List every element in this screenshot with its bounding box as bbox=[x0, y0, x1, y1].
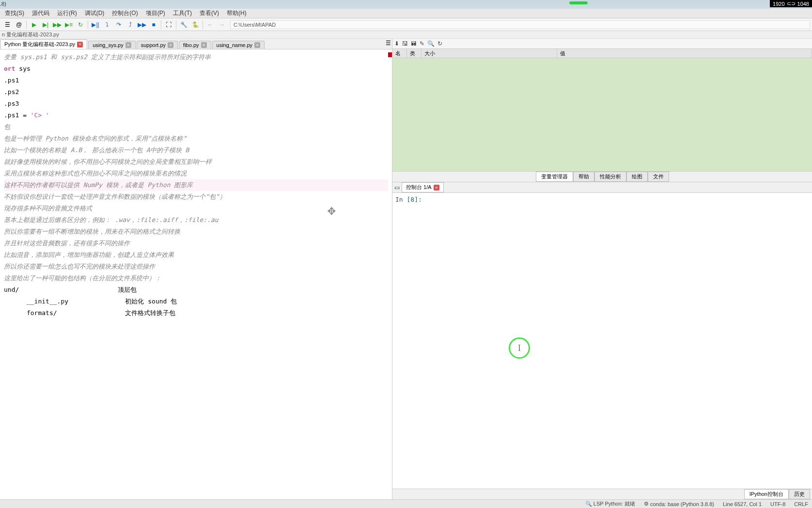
tab-profiler[interactable]: 性能分析 bbox=[594, 172, 626, 182]
rerun-icon[interactable]: ↻ bbox=[75, 19, 86, 30]
conda-icon: ⚙ bbox=[644, 501, 649, 507]
menu-tools[interactable]: 工具(T) bbox=[169, 9, 196, 17]
search-icon[interactable]: 🔍 bbox=[427, 40, 435, 47]
forward-icon[interactable]: → bbox=[217, 19, 227, 30]
tab-variable-explorer[interactable]: 变量管理器 bbox=[536, 172, 573, 182]
code-line: 比如一个模块的名称是 A.B， 那么他表示一个包 A中的子模块 B bbox=[4, 144, 388, 156]
separator bbox=[26, 20, 27, 29]
close-icon[interactable]: × bbox=[434, 185, 439, 190]
tab-plots[interactable]: 绘图 bbox=[626, 172, 648, 182]
menu-help[interactable]: 帮助(H) bbox=[223, 9, 250, 17]
menu-run[interactable]: 运行(R) bbox=[53, 9, 81, 17]
path-field[interactable]: C:\Users\MIAPAD bbox=[230, 20, 810, 29]
code-line: .ps3 bbox=[4, 98, 388, 110]
code-line: 不妨假设你想设计一套统一处理声音文件和数据的模块（或者称之为一个"包"） bbox=[4, 191, 388, 203]
stop-icon[interactable]: ■ bbox=[148, 19, 159, 30]
separator bbox=[176, 20, 176, 29]
step-out-icon[interactable]: ⤴ bbox=[125, 19, 136, 30]
os-bar: .8) 1920 ⊂⊃ 1048 bbox=[0, 0, 812, 9]
res-height: 1048 bbox=[797, 1, 809, 7]
tab-support[interactable]: support.py × bbox=[137, 41, 178, 49]
editor-content[interactable]: ✥ 变量 sys.ps1 和 sys.ps2 定义了主提示符和副提示符所对应的字… bbox=[0, 49, 392, 499]
top-left-text: .8) bbox=[0, 1, 6, 7]
console-tabs: ▭ 控制台 1/A × bbox=[392, 182, 812, 193]
tab-fibo[interactable]: fibo.py × bbox=[179, 41, 211, 49]
tab-label: using_name.py bbox=[217, 42, 253, 48]
tab-files[interactable]: 文件 bbox=[648, 172, 669, 182]
col-value[interactable]: 值 bbox=[557, 49, 812, 58]
import-icon[interactable]: ⬇ bbox=[394, 40, 399, 47]
close-icon[interactable]: × bbox=[201, 42, 207, 48]
menu-view[interactable]: 查看(V) bbox=[196, 9, 223, 17]
separator bbox=[161, 20, 161, 29]
menu-search[interactable]: 查找(S) bbox=[1, 9, 28, 17]
col-name[interactable]: 名称 bbox=[392, 49, 407, 58]
code-line: 包是一种管理 Python 模块命名空间的形式，采用"点模块名称" bbox=[4, 133, 388, 144]
status-eol[interactable]: CRLF bbox=[794, 501, 808, 507]
run-selection-icon[interactable]: ▶≡ bbox=[63, 19, 74, 30]
menu-source[interactable]: 源代码 bbox=[28, 9, 53, 17]
tab-history[interactable]: 历史 bbox=[789, 489, 810, 499]
tab-label: fibo.py bbox=[183, 42, 199, 48]
run-cell-icon[interactable]: ▶| bbox=[40, 19, 51, 30]
run-icon[interactable]: ▶ bbox=[29, 19, 39, 30]
code-line: formats/ 文件格式转换子包 bbox=[4, 307, 388, 319]
status-lsp[interactable]: 🔍LSP Python: 就绪 bbox=[585, 500, 635, 508]
debug-step-icon[interactable]: ▶|| bbox=[90, 19, 101, 30]
fullscreen-icon[interactable]: ⛶ bbox=[163, 19, 174, 30]
editor-area: Python 量化编程基础-2023.py × using_sys.py × s… bbox=[0, 39, 392, 499]
tab-main[interactable]: Python 量化编程基础-2023.py × bbox=[0, 39, 87, 49]
close-icon[interactable]: × bbox=[125, 42, 131, 48]
back-icon[interactable]: ← bbox=[205, 19, 216, 30]
drag-handle-icon[interactable]: ✥ bbox=[328, 205, 336, 216]
tab-menu-icon[interactable]: ☰ bbox=[386, 40, 391, 47]
status-conda[interactable]: ⚙conda: base (Python 3.8.8) bbox=[644, 501, 714, 507]
continue-icon[interactable]: ▶▶ bbox=[137, 19, 147, 30]
code-line: 这里给出了一种可能的包结构（在分层的文件系统中）： bbox=[4, 272, 388, 284]
close-icon[interactable]: × bbox=[254, 42, 260, 48]
wrench-icon[interactable]: 🔧 bbox=[178, 19, 189, 30]
menu-debug[interactable]: 调试(D) bbox=[81, 9, 109, 17]
step-over-icon[interactable]: ↷ bbox=[113, 19, 124, 30]
tab-using-sys[interactable]: using_sys.py × bbox=[88, 41, 136, 49]
console-icon[interactable]: ▭ bbox=[394, 184, 400, 191]
status-encoding[interactable]: UTF-8 bbox=[770, 501, 785, 507]
code-line: 变量 sys.ps1 和 sys.ps2 定义了主提示符和副提示符所对应的字符串 bbox=[4, 51, 388, 63]
close-icon[interactable]: × bbox=[77, 42, 83, 48]
main-layout: Python 量化编程基础-2023.py × using_sys.py × s… bbox=[0, 39, 812, 499]
tab-label: using_sys.py bbox=[93, 42, 124, 48]
breadcrumb: n 量化编程基础-2023.py bbox=[0, 31, 812, 39]
at-icon[interactable]: @ bbox=[14, 19, 24, 30]
close-icon[interactable]: × bbox=[168, 42, 173, 48]
console-prompt: In [8]: bbox=[395, 196, 422, 203]
menu-console[interactable]: 控制台(O) bbox=[108, 9, 141, 17]
right-area: ⬇ 🖫 🖬 ✎ 🔍 ↻ 名称 类型 大小 值 变量管理器 帮助 性能分析 绘图 … bbox=[392, 39, 812, 499]
run-cell-advance-icon[interactable]: ▶▶ bbox=[52, 19, 62, 30]
console-body[interactable]: In [8]: I bbox=[392, 193, 812, 489]
edit-icon[interactable]: ✎ bbox=[420, 40, 424, 47]
res-width: 1920 bbox=[773, 1, 784, 7]
tab-help[interactable]: 帮助 bbox=[573, 172, 594, 182]
menu-project[interactable]: 项目(P) bbox=[142, 9, 169, 17]
var-body[interactable] bbox=[392, 58, 812, 171]
menubar: 查找(S) 源代码 运行(R) 调试(D) 控制台(O) 项目(P) 工具(T)… bbox=[0, 9, 812, 18]
code-line: .ps2 bbox=[4, 86, 388, 98]
col-size[interactable]: 大小 bbox=[422, 49, 557, 58]
console-tab-label: 控制台 1/A bbox=[406, 184, 432, 191]
save-icon[interactable]: 🖫 bbox=[402, 40, 408, 47]
var-toolbar: ⬇ 🖫 🖬 ✎ 🔍 ↻ bbox=[392, 39, 812, 48]
var-tabs: 变量管理器 帮助 性能分析 绘图 文件 bbox=[392, 171, 812, 182]
save-as-icon[interactable]: 🖬 bbox=[411, 40, 417, 47]
tab-ipython-console[interactable]: IPython控制台 bbox=[744, 489, 789, 499]
step-into-icon[interactable]: ⤵ bbox=[102, 19, 112, 30]
outline-icon[interactable]: ☰ bbox=[2, 19, 13, 30]
col-type[interactable]: 类型 bbox=[407, 49, 422, 58]
cursor-indicator-icon: I bbox=[509, 337, 530, 359]
refresh-icon[interactable]: ↻ bbox=[437, 40, 442, 47]
code-line: 采用点模块名称这种形式也不用担心不同库之间的模块重名的情况 bbox=[4, 168, 388, 179]
python-icon[interactable]: 🐍 bbox=[190, 19, 201, 30]
tab-using-name[interactable]: using_name.py × bbox=[212, 41, 265, 49]
console-tab-1[interactable]: 控制台 1/A × bbox=[402, 182, 444, 192]
code-line: __init__.py 初始化 sound 包 bbox=[4, 296, 388, 307]
status-linecol[interactable]: Line 6527, Col 1 bbox=[723, 501, 762, 507]
